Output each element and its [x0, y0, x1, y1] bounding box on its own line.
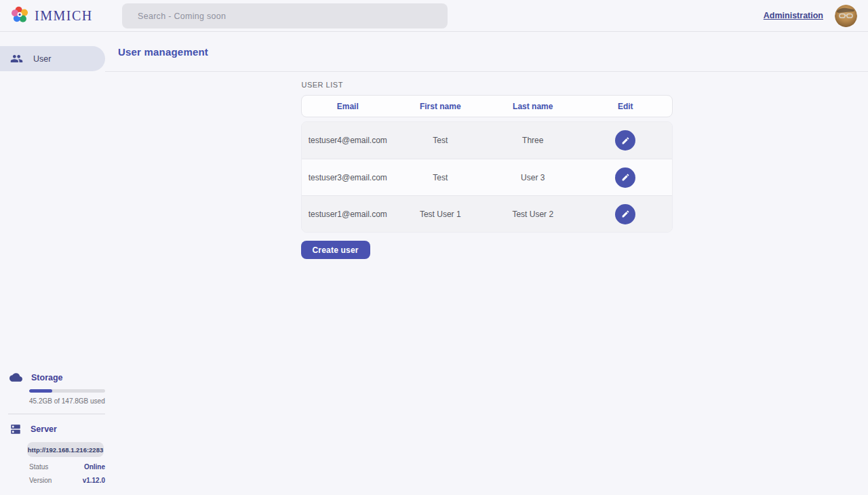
column-header-last-name: Last name: [487, 102, 580, 111]
sidebar-item-user[interactable]: User: [0, 46, 105, 71]
administration-link[interactable]: Administration: [764, 11, 823, 20]
storage-progress-bar: [29, 389, 105, 393]
server-section: Server http://192.168.1.216:2283 Status …: [0, 423, 105, 484]
cell-email: testuser3@email.com: [302, 173, 395, 182]
pencil-icon: [621, 210, 630, 218]
server-icon: [9, 423, 22, 435]
table-row: testuser4@email.com Test Three: [302, 122, 672, 159]
server-version-row: Version v1.12.0: [29, 477, 105, 484]
cloud-icon: [9, 371, 22, 384]
user-list-label: USER LIST: [301, 81, 673, 89]
cell-first-name: Test User 1: [394, 210, 487, 219]
pencil-icon: [621, 136, 630, 145]
version-value: v1.12.0: [83, 477, 105, 484]
page-title: User management: [118, 46, 208, 58]
user-list-section: USER LIST Email First name Last name Edi…: [301, 81, 673, 259]
edit-user-button[interactable]: [615, 130, 635, 151]
immich-logo[interactable]: IMMICH: [11, 5, 93, 26]
immich-flower-icon: [11, 5, 29, 26]
storage-title: Storage: [31, 373, 63, 382]
column-header-edit: Edit: [579, 102, 672, 111]
table-row: testuser1@email.com Test User 1 Test Use…: [302, 195, 672, 232]
server-title: Server: [31, 424, 57, 434]
header-right: Administration: [764, 5, 857, 27]
storage-progress-fill: [29, 389, 52, 393]
sidebar-divider: [8, 414, 105, 414]
logo-wordmark: IMMICH: [35, 8, 93, 24]
status-label: Status: [29, 463, 48, 471]
cell-last-name: Three: [487, 136, 580, 145]
sidebar-footer: Storage 45.2GB of 147.8GB used: [0, 371, 105, 495]
cell-first-name: Test: [394, 136, 487, 145]
status-value: Online: [84, 463, 105, 471]
column-header-first-name: First name: [394, 102, 487, 111]
server-status-row: Status Online: [29, 463, 105, 471]
top-header: IMMICH Search - Coming soon Administrati…: [0, 0, 868, 32]
cell-edit: [579, 130, 672, 151]
admin-sidebar: User Storage: [0, 32, 105, 495]
cell-email: testuser4@email.com: [302, 136, 395, 145]
search-input[interactable]: Search - Coming soon: [122, 3, 448, 28]
create-user-button[interactable]: Create user: [301, 241, 370, 259]
pencil-icon: [621, 173, 630, 182]
cell-edit: [579, 167, 672, 188]
user-table-header: Email First name Last name Edit: [301, 95, 673, 117]
page-title-bar: User management: [105, 32, 868, 72]
cell-edit: [579, 204, 672, 224]
cell-first-name: Test: [394, 173, 487, 182]
edit-user-button[interactable]: [615, 167, 635, 188]
user-table-body: testuser4@email.com Test Three: [301, 121, 673, 233]
immich-app: IMMICH Search - Coming soon Administrati…: [0, 0, 868, 495]
version-label: Version: [29, 477, 52, 484]
main-panel: User management USER LIST Email First na…: [105, 32, 868, 495]
users-group-icon: [10, 52, 23, 65]
sidebar-item-label: User: [33, 54, 51, 64]
cell-last-name: Test User 2: [487, 210, 580, 219]
user-avatar[interactable]: [835, 5, 857, 27]
table-row: testuser3@email.com Test User 3: [302, 159, 672, 195]
cell-last-name: User 3: [487, 173, 580, 182]
content-area: USER LIST Email First name Last name Edi…: [105, 72, 868, 495]
cell-email: testuser1@email.com: [302, 210, 395, 219]
storage-section: Storage 45.2GB of 147.8GB used: [0, 371, 105, 405]
server-url-badge: http://192.168.1.216:2283: [27, 442, 104, 457]
edit-user-button[interactable]: [615, 204, 635, 224]
column-header-email: Email: [302, 102, 395, 111]
search-placeholder: Search - Coming soon: [138, 12, 226, 21]
storage-usage-text: 45.2GB of 147.8GB used: [29, 397, 105, 405]
